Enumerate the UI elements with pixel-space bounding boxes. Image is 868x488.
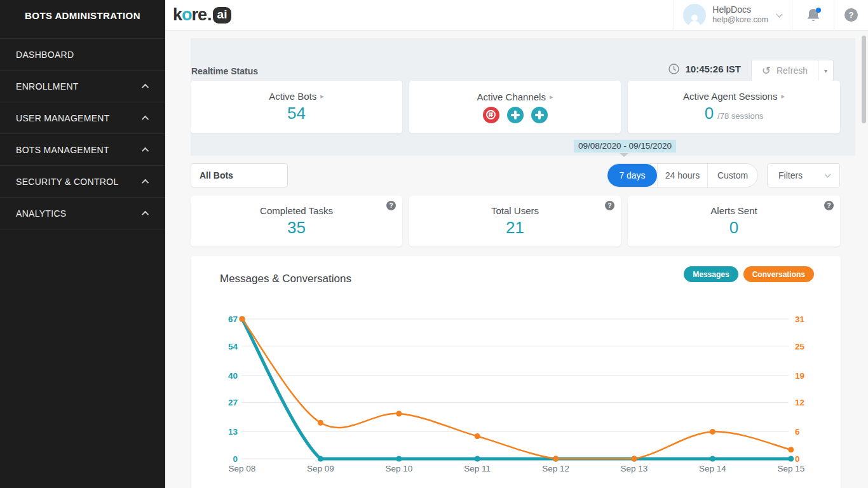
arrow-right-icon: ▸: [781, 92, 785, 100]
svg-text:Sep 13: Sep 13: [621, 464, 648, 473]
active-channels-card[interactable]: Active Channels ▸: [409, 81, 621, 133]
svg-text:13: 13: [228, 427, 238, 437]
date-range-caret: [620, 153, 628, 157]
chevron-up-icon: [142, 179, 149, 186]
svg-text:Sep 12: Sep 12: [542, 464, 569, 473]
svg-text:Sep 11: Sep 11: [464, 464, 491, 473]
agent-sessions-value: 0: [705, 104, 714, 123]
clock-icon: [668, 64, 679, 74]
alerts-sent-value: 0: [729, 218, 738, 238]
avatar: [683, 4, 706, 27]
notification-badge-dot: [816, 8, 821, 13]
svg-text:Sep 10: Sep 10: [385, 464, 412, 473]
help-icon[interactable]: ?: [386, 201, 396, 210]
tab-24-hours[interactable]: 24 hours: [657, 164, 707, 187]
line-chart: 001362712401954256731Sep 08Sep 09Sep 10S…: [191, 310, 841, 483]
current-time: 10:45:26 IST: [685, 64, 741, 74]
conversations-legend-button[interactable]: Conversations: [743, 266, 814, 282]
notifications-button[interactable]: [792, 0, 834, 30]
svg-text:Sep 14: Sep 14: [699, 464, 726, 473]
twilio-channel-icon: [483, 107, 499, 123]
refresh-button[interactable]: ↺ Refresh: [752, 60, 818, 81]
svg-text:19: 19: [795, 371, 804, 381]
sidebar-item-bots-management[interactable]: BOTS MANAGEMENT: [0, 134, 165, 166]
bot-selector-dropdown[interactable]: All Bots: [191, 163, 288, 187]
chevron-down-icon: [776, 11, 783, 17]
realtime-status-title: Realtime Status: [191, 66, 258, 76]
realtime-status-section: Realtime Status 10:45:26 IST ↺ Refresh ▾…: [191, 38, 855, 156]
agent-sessions-capacity: /78 sessions: [717, 111, 763, 121]
active-bots-value: 54: [287, 104, 306, 123]
chart-legend: Messages Conversations: [684, 266, 814, 282]
sidebar-item-enrollment[interactable]: ENROLLMENT: [0, 71, 165, 102]
refresh-button-group: ↺ Refresh ▾: [751, 60, 834, 81]
channel-icons: [483, 107, 548, 123]
webhook-channel-icon: [531, 107, 548, 123]
tab-7-days[interactable]: 7 days: [607, 164, 657, 187]
vertical-scrollbar[interactable]: [862, 36, 866, 123]
chevron-up-icon: [142, 147, 149, 154]
chevron-up-icon: [142, 115, 149, 122]
svg-text:0: 0: [233, 454, 238, 464]
svg-text:6: 6: [795, 427, 800, 437]
sidebar-item-analytics[interactable]: ANALYTICS: [0, 198, 165, 229]
svg-text:0: 0: [795, 454, 800, 464]
svg-text:31: 31: [795, 315, 805, 324]
arrow-right-icon: ▸: [550, 93, 553, 101]
svg-text:Sep 15: Sep 15: [777, 464, 804, 473]
svg-text:40: 40: [228, 371, 238, 381]
help-icon[interactable]: ?: [824, 201, 834, 210]
kore-ai-logo: kore.ai: [173, 5, 231, 25]
svg-text:54: 54: [228, 342, 238, 351]
chevron-up-icon: [142, 83, 149, 90]
svg-text:Sep 09: Sep 09: [307, 464, 334, 473]
logo-ai-badge: ai: [213, 7, 232, 24]
chevron-up-icon: [142, 210, 149, 217]
refresh-dropdown-button[interactable]: ▾: [818, 60, 833, 81]
realtime-clock: 10:45:26 IST: [668, 64, 741, 74]
sidebar-item-user-management[interactable]: USER MANAGEMENT: [0, 102, 165, 134]
svg-text:67: 67: [228, 315, 238, 324]
messages-conversations-chart-card: Messages & Conversations Messages Conver…: [191, 256, 841, 488]
sidebar: BOTS ADMINISTRATION DASHBOARD ENROLLMENT…: [0, 0, 165, 488]
active-agent-sessions-card[interactable]: Active Agent Sessions ▸ 0 /78 sessions: [628, 81, 840, 133]
alerts-sent-card: ? Alerts Sent 0: [628, 196, 840, 247]
sidebar-title: BOTS ADMINISTRATION: [0, 0, 165, 31]
active-bots-card[interactable]: Active Bots ▸ 54: [191, 81, 402, 133]
sidebar-item-dashboard[interactable]: DASHBOARD: [0, 39, 165, 71]
user-email: help@kore.com: [712, 15, 768, 25]
sidebar-item-security-control[interactable]: SECURITY & CONTROL: [0, 166, 165, 198]
total-users-card: ? Total Users 21: [409, 196, 621, 247]
svg-text:25: 25: [795, 342, 805, 351]
messages-legend-button[interactable]: Messages: [684, 266, 738, 282]
date-range-label: 09/08/2020 - 09/15/2020: [574, 140, 676, 152]
svg-text:27: 27: [228, 398, 238, 407]
top-bar: kore.ai HelpDocs help@kore.com ?: [165, 0, 868, 30]
total-users-value: 21: [506, 218, 524, 238]
refresh-icon: ↺: [762, 64, 771, 78]
filters-button[interactable]: Filters: [767, 163, 840, 187]
question-icon: ?: [844, 8, 858, 22]
svg-text:Sep 08: Sep 08: [229, 464, 256, 473]
help-button[interactable]: ?: [834, 0, 868, 30]
help-icon[interactable]: ?: [605, 201, 614, 210]
completed-tasks-card: ? Completed Tasks 35: [191, 196, 402, 247]
user-name: HelpDocs: [712, 4, 768, 16]
svg-text:12: 12: [795, 398, 804, 407]
time-range-tabs: 7 days 24 hours Custom: [607, 163, 758, 187]
realtime-cards-row: Active Bots ▸ 54 Active Channels ▸ Ac: [191, 81, 855, 133]
chart-title: Messages & Conversations: [220, 273, 351, 285]
main-content: Realtime Status 10:45:26 IST ↺ Refresh ▾…: [165, 30, 868, 488]
chevron-down-icon: [825, 172, 831, 178]
webhook-channel-icon: [507, 107, 524, 123]
user-menu[interactable]: HelpDocs help@kore.com: [674, 0, 792, 30]
tab-custom[interactable]: Custom: [707, 164, 757, 187]
completed-tasks-value: 35: [287, 218, 306, 238]
metrics-row: ? Completed Tasks 35 ? Total Users 21 ? …: [191, 196, 855, 247]
arrow-right-icon: ▸: [320, 92, 324, 100]
